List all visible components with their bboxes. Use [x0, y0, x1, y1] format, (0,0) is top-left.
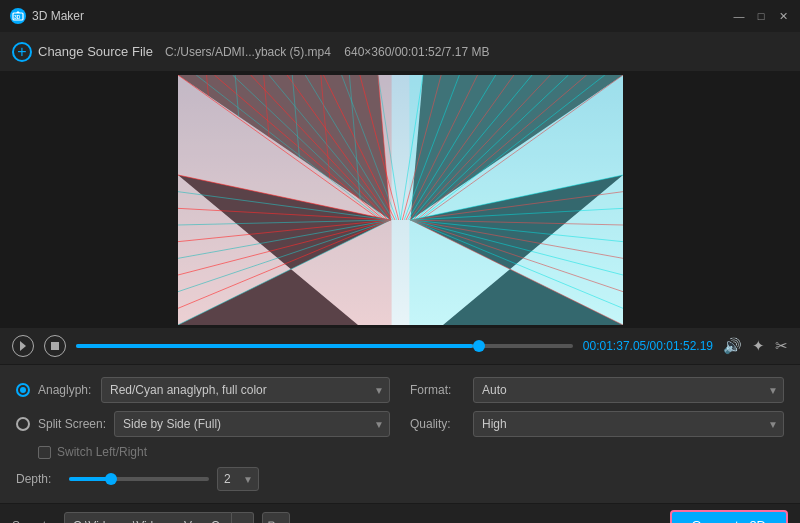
- quality-label: Quality:: [410, 417, 465, 431]
- quality-row: Quality: High Medium Low ▼: [410, 411, 784, 437]
- settings-right: Format: Auto MP4 MKV AVI ▼ Quality: High…: [410, 377, 784, 491]
- format-row: Format: Auto MP4 MKV AVI ▼: [410, 377, 784, 403]
- svg-rect-4: [51, 342, 59, 350]
- time-display: 00:01:37.05/00:01:52.19: [583, 339, 713, 353]
- anaglyph-select-wrapper: Red/Cyan anaglyph, full color Red/Cyan a…: [101, 377, 390, 403]
- open-folder-button[interactable]: [262, 512, 290, 524]
- save-input-group: ▼: [64, 512, 254, 524]
- save-path-input[interactable]: [64, 512, 232, 524]
- format-select[interactable]: Auto MP4 MKV AVI: [473, 377, 784, 403]
- change-source-label: Change Source File: [38, 44, 153, 59]
- quality-select[interactable]: High Medium Low: [473, 411, 784, 437]
- split-screen-radio[interactable]: [16, 417, 30, 431]
- switch-lr-label: Switch Left/Right: [57, 445, 147, 459]
- toolbar: + Change Source File C:/Users/ADMI...yba…: [0, 32, 800, 72]
- star-icon[interactable]: ✦: [752, 337, 765, 355]
- preview-area: [0, 72, 800, 327]
- svg-text:3D: 3D: [14, 14, 21, 20]
- depth-slider-thumb[interactable]: [105, 473, 117, 485]
- playback-icons: 🔊 ✦ ✂: [723, 337, 788, 355]
- file-path: C:/Users/ADMI...yback (5).mp4 640×360/00…: [165, 45, 490, 59]
- split-screen-select-wrapper: Side by Side (Full) Side by Side (Half) …: [114, 411, 390, 437]
- anaglyph-label: Anaglyph:: [38, 383, 93, 397]
- svg-marker-3: [20, 341, 26, 351]
- depth-value-select[interactable]: 1 2 3 4 5: [217, 467, 259, 491]
- settings-left: Anaglyph: Red/Cyan anaglyph, full color …: [16, 377, 390, 491]
- cut-icon[interactable]: ✂: [775, 337, 788, 355]
- anaglyph-row: Anaglyph: Red/Cyan anaglyph, full color …: [16, 377, 390, 403]
- timeline-thumb[interactable]: [473, 340, 485, 352]
- maximize-button[interactable]: □: [754, 9, 768, 23]
- depth-value-wrapper: 1 2 3 4 5 ▼: [217, 467, 259, 491]
- timeline-progress: [76, 344, 473, 348]
- save-label: Save to:: [12, 519, 56, 524]
- depth-label: Depth:: [16, 472, 61, 486]
- add-icon: +: [12, 42, 32, 62]
- stop-button[interactable]: [44, 335, 66, 357]
- change-source-button[interactable]: + Change Source File: [12, 42, 153, 62]
- video-canvas: [178, 75, 623, 325]
- generate-3d-button[interactable]: Generate 3D: [670, 510, 788, 524]
- format-label: Format:: [410, 383, 465, 397]
- play-button[interactable]: [12, 335, 34, 357]
- settings-panel: Anaglyph: Red/Cyan anaglyph, full color …: [0, 365, 800, 503]
- video-preview: [178, 75, 623, 325]
- timeline-track[interactable]: [76, 344, 573, 348]
- save-bar: Save to: ▼ Generate 3D: [0, 503, 800, 523]
- title-bar: 3D 3D Maker — □ ✕: [0, 0, 800, 32]
- split-screen-label: Split Screen:: [38, 417, 106, 431]
- svg-marker-1: [16, 11, 20, 13]
- playback-bar: 00:01:37.05/00:01:52.19 🔊 ✦ ✂: [0, 327, 800, 365]
- window-controls: — □ ✕: [732, 9, 790, 23]
- quality-select-wrapper: High Medium Low ▼: [473, 411, 784, 437]
- anaglyph-select[interactable]: Red/Cyan anaglyph, full color Red/Cyan a…: [101, 377, 390, 403]
- minimize-button[interactable]: —: [732, 9, 746, 23]
- save-path-dropdown[interactable]: ▼: [232, 512, 254, 524]
- title-bar-left: 3D 3D Maker: [10, 8, 84, 24]
- close-button[interactable]: ✕: [776, 9, 790, 23]
- depth-slider-track[interactable]: [69, 477, 209, 481]
- app-icon: 3D: [10, 8, 26, 24]
- depth-row: Depth: 1 2 3 4 5 ▼: [16, 467, 390, 491]
- switch-lr-checkbox[interactable]: [38, 446, 51, 459]
- split-screen-row: Split Screen: Side by Side (Full) Side b…: [16, 411, 390, 437]
- split-screen-select[interactable]: Side by Side (Full) Side by Side (Half) …: [114, 411, 390, 437]
- switch-lr-row: Switch Left/Right: [16, 445, 390, 459]
- app-title: 3D Maker: [32, 9, 84, 23]
- volume-icon[interactable]: 🔊: [723, 337, 742, 355]
- format-select-wrapper: Auto MP4 MKV AVI ▼: [473, 377, 784, 403]
- anaglyph-radio[interactable]: [16, 383, 30, 397]
